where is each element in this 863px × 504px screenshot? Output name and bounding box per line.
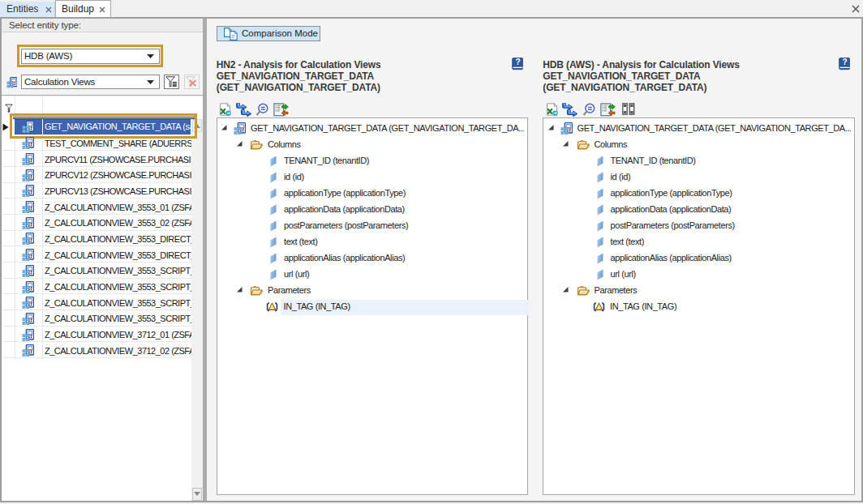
svg-text:?: ?	[842, 58, 847, 67]
svg-text:?: ?	[516, 58, 521, 67]
